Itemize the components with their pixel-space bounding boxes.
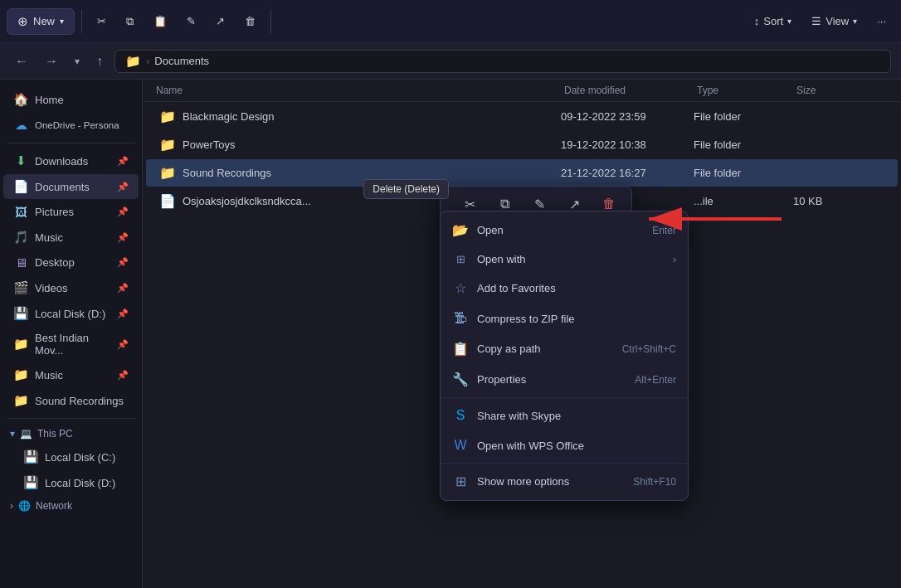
ctx-copypath-icon: 📋 bbox=[452, 341, 469, 357]
back-button[interactable]: ← bbox=[10, 51, 33, 72]
ctx-properties-icon: 🔧 bbox=[452, 372, 469, 387]
sidebar-item-downloads[interactable]: ⬇ Downloads 📌 bbox=[3, 148, 139, 173]
ctx-zip[interactable]: 🗜 Compress to ZIP file bbox=[441, 304, 688, 333]
ctx-properties[interactable]: 🔧 Properties Alt+Enter bbox=[441, 364, 688, 395]
paste-button[interactable]: 📋 bbox=[145, 10, 175, 32]
drive-icon: 💾 bbox=[13, 306, 28, 321]
ctx-copypath-label: Copy as path bbox=[477, 343, 541, 355]
ctx-open-label: Open bbox=[477, 224, 504, 236]
onedrive-icon: ☁ bbox=[13, 118, 28, 133]
forward-button[interactable]: → bbox=[40, 51, 63, 72]
delete-button[interactable]: 🗑 bbox=[236, 10, 264, 32]
sidebar-item-onedrive[interactable]: ☁ OneDrive - Persona bbox=[3, 113, 139, 138]
ctx-skype-icon: S bbox=[452, 408, 469, 423]
sidebar-network-label: Network bbox=[36, 500, 72, 512]
recent-button[interactable]: ▾ bbox=[70, 52, 85, 70]
sidebar-divider-1 bbox=[7, 143, 135, 143]
view-label: View bbox=[826, 15, 849, 27]
ctx-wps-icon: W bbox=[452, 438, 469, 453]
sort-chevron-icon: ▾ bbox=[787, 17, 791, 26]
ctx-wps[interactable]: W Open with WPS Office bbox=[441, 430, 688, 460]
share-button[interactable]: ↗ bbox=[207, 10, 233, 32]
sidebar-videos-label: Videos bbox=[35, 282, 68, 294]
ctx-copypath[interactable]: 📋 Copy as path Ctrl+Shift+C bbox=[441, 333, 688, 364]
ctx-skype-label: Share with Skype bbox=[477, 410, 561, 422]
address-bar: ← → ▾ ↑ 📁 › Documents bbox=[0, 43, 901, 80]
view-button[interactable]: ☰ View ▾ bbox=[803, 10, 865, 32]
pin-icon-videos: 📌 bbox=[117, 283, 129, 294]
sidebar-item-desktop[interactable]: 🖥 Desktop 📌 bbox=[3, 250, 139, 275]
cut-button[interactable]: ✂ bbox=[89, 10, 114, 32]
sort-icon: ↕ bbox=[754, 15, 760, 27]
thispc-expand-icon: ▾ bbox=[10, 428, 15, 440]
ctx-openwith-arrow: › bbox=[673, 253, 676, 265]
ctx-separator bbox=[441, 397, 688, 398]
toolbar-separator-1 bbox=[81, 10, 82, 33]
new-chevron-icon: ▾ bbox=[60, 17, 64, 26]
address-path[interactable]: 📁 › Documents bbox=[114, 50, 891, 73]
music-icon: 🎵 bbox=[13, 230, 28, 245]
sidebar-item-pictures[interactable]: 🖼 Pictures 📌 bbox=[3, 200, 139, 224]
new-button[interactable]: ⊕ New ▾ bbox=[7, 8, 75, 35]
toolbar-separator-2 bbox=[270, 10, 271, 33]
sidebar-item-music[interactable]: 🎵 Music 📌 bbox=[3, 225, 139, 250]
ctx-moreoptions[interactable]: ⊞ Show more options Shift+F10 bbox=[441, 466, 688, 497]
pin-icon-documents: 📌 bbox=[117, 182, 129, 192]
sidebar-item-home[interactable]: 🏠 Home bbox=[3, 87, 139, 112]
sidebar-item-documents[interactable]: 📄 Documents 📌 bbox=[3, 174, 139, 199]
up-button[interactable]: ↑ bbox=[91, 51, 108, 72]
sidebar-onedrive-label: OneDrive - Persona bbox=[35, 120, 119, 130]
ctx-skype[interactable]: S Share with Skype bbox=[441, 401, 688, 430]
toolbar: ⊕ New ▾ ✂ ⧉ 📋 ✎ ↗ 🗑 ↕ Sort ▾ ☰ View ▾ ··… bbox=[0, 0, 901, 43]
ctx-favorites[interactable]: ☆ Add to Favorites bbox=[441, 273, 688, 304]
sidebar-item-bestindian[interactable]: 📁 Best Indian Mov... 📌 bbox=[3, 327, 139, 362]
ctx-favorites-icon: ☆ bbox=[452, 280, 469, 296]
documents-icon: 📄 bbox=[13, 179, 28, 194]
path-documents: Documents bbox=[154, 55, 209, 67]
network-expand-icon: › bbox=[10, 500, 13, 512]
sidebar-pictures-label: Pictures bbox=[35, 206, 74, 218]
delete-tooltip: Delete (Delete) bbox=[363, 179, 449, 199]
cut-icon: ✂ bbox=[97, 15, 106, 27]
sidebar-home-label: Home bbox=[35, 94, 64, 106]
context-menu: 📂 Open Enter ⊞ Open with › ☆ Add to Favo… bbox=[440, 211, 689, 501]
sidebar-item-soundrec[interactable]: 📁 Sound Recordings bbox=[3, 388, 139, 413]
rename-button[interactable]: ✎ bbox=[178, 10, 204, 32]
copy-icon: ⧉ bbox=[126, 15, 134, 28]
copy-button[interactable]: ⧉ bbox=[118, 10, 142, 33]
sidebar-item-music2[interactable]: 📁 Music 📌 bbox=[3, 362, 139, 387]
ctx-openwith[interactable]: ⊞ Open with › bbox=[441, 245, 688, 273]
pin-icon-desktop: 📌 bbox=[117, 257, 129, 268]
view-chevron-icon: ▾ bbox=[853, 17, 857, 26]
sidebar-music2-label: Music bbox=[35, 369, 63, 381]
desktop-icon: 🖥 bbox=[13, 255, 28, 270]
ctx-copypath-shortcut: Ctrl+Shift+C bbox=[622, 343, 676, 355]
pin-icon-bestindian: 📌 bbox=[117, 339, 129, 350]
locald2-icon: 💾 bbox=[23, 475, 38, 490]
ctx-open-icon: 📂 bbox=[452, 222, 469, 238]
home-icon: 🏠 bbox=[13, 92, 28, 107]
more-icon: ··· bbox=[877, 15, 886, 27]
sidebar-downloads-label: Downloads bbox=[35, 155, 88, 168]
sidebar-bestindian-label: Best Indian Mov... bbox=[35, 332, 110, 357]
ctx-favorites-label: Add to Favorites bbox=[477, 282, 556, 294]
sidebar-item-localdiskd[interactable]: 💾 Local Disk (D:) 📌 bbox=[3, 301, 139, 326]
sidebar-thispc-expander[interactable]: ▾ 💻 This PC bbox=[3, 424, 139, 444]
more-button[interactable]: ··· bbox=[869, 10, 894, 32]
sidebar-item-videos[interactable]: 🎬 Videos 📌 bbox=[3, 275, 139, 300]
sidebar-network-expander[interactable]: › 🌐 Network bbox=[3, 496, 139, 516]
pin-icon-music: 📌 bbox=[117, 232, 129, 243]
soundrec-icon: 📁 bbox=[13, 393, 28, 408]
ctx-wps-label: Open with WPS Office bbox=[477, 440, 584, 452]
sidebar-desktop-label: Desktop bbox=[35, 256, 75, 269]
sidebar-item-locald2[interactable]: 💾 Local Disk (D:) bbox=[3, 470, 139, 495]
ctx-moreoptions-label: Show more options bbox=[477, 475, 569, 488]
pin-icon-downloads: 📌 bbox=[117, 156, 129, 167]
ctx-moreoptions-icon: ⊞ bbox=[452, 474, 469, 489]
toolbar-right-group: ↕ Sort ▾ ☰ View ▾ ··· bbox=[746, 10, 894, 32]
sidebar-item-localc[interactable]: 💾 Local Disk (C:) bbox=[3, 445, 139, 469]
ctx-openwith-label: Open with bbox=[477, 253, 526, 265]
sort-button[interactable]: ↕ Sort ▾ bbox=[746, 10, 800, 32]
bestindian-icon: 📁 bbox=[13, 337, 28, 352]
music2-folder-icon: 📁 bbox=[13, 367, 28, 382]
